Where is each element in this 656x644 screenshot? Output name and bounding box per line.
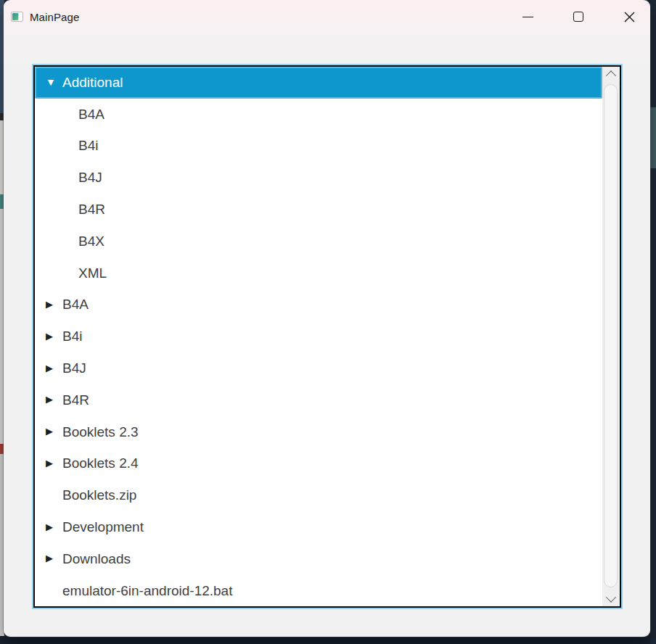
tree-listbox: ▼Additional▶B4A▶B4i▶B4J▶B4R▶B4X▶XML▶B4A▶… (33, 65, 621, 608)
tree-item-label: B4A (78, 107, 104, 123)
tree-item[interactable]: ▶B4i (35, 131, 602, 162)
close-icon (624, 12, 635, 22)
tree-item[interactable]: ▶B4J (35, 162, 602, 194)
tree-item-label: B4i (62, 329, 82, 344)
tree-item-label: B4J (62, 360, 86, 376)
tree-item-label: Downloads (62, 551, 131, 567)
window-title: MainPage (30, 11, 79, 23)
tree-item[interactable]: ▶B4R (35, 194, 602, 226)
tree-item[interactable]: ▶B4J (35, 352, 602, 384)
tree-item-label: B4X (78, 234, 104, 249)
tree-item-label: Additional (62, 75, 123, 91)
minimize-icon (522, 17, 533, 17)
expand-arrow-icon[interactable]: ▶ (46, 363, 62, 373)
tree-item-label: B4J (78, 170, 102, 186)
scrollbar-thumb[interactable] (604, 84, 618, 587)
scroll-up-button[interactable] (602, 67, 620, 83)
app-icon-teal-pane (12, 13, 18, 20)
minimize-button[interactable] (512, 5, 544, 28)
tree-item-label: Booklets.zip (62, 487, 136, 503)
app-icon (11, 12, 23, 22)
tree-item[interactable]: ▶B4R (35, 384, 602, 416)
expand-arrow-icon[interactable]: ▶ (46, 395, 62, 404)
close-button[interactable] (613, 5, 645, 28)
maximize-icon (573, 12, 583, 22)
tree-item-label: B4i (78, 138, 98, 154)
tree-item[interactable]: ▶Development (35, 511, 602, 543)
app-icon-white-pane (18, 13, 22, 20)
tree-item[interactable]: ▶B4A (35, 99, 602, 131)
tree-item[interactable]: ▶Booklets 2.4 (35, 448, 602, 480)
tree-item[interactable]: ▶Booklets 2.3 (35, 416, 602, 448)
expand-arrow-icon[interactable]: ▶ (46, 458, 62, 468)
titlebar[interactable]: MainPage (4, 0, 650, 33)
scroll-down-button[interactable] (602, 590, 620, 606)
tree-item-label: B4R (78, 202, 105, 218)
expand-arrow-icon[interactable]: ▶ (46, 300, 62, 309)
window-controls (512, 0, 650, 33)
desktop-background-right (650, 0, 656, 644)
expand-arrow-icon[interactable]: ▶ (46, 426, 62, 436)
tree-item-label: Booklets 2.3 (62, 424, 139, 440)
tree-item[interactable]: ▼Additional (35, 67, 602, 99)
tree-item-label: emulator-6in-android-12.bat (62, 583, 232, 599)
tree-item-label: B4A (62, 297, 89, 313)
tree-item-label: Booklets 2.4 (62, 455, 139, 471)
tree-item[interactable]: ▶B4X (35, 226, 602, 257)
tree-item[interactable]: ▶emulator-6in-android-12.bat (35, 575, 602, 606)
tree-item-label: B4R (62, 392, 89, 408)
vertical-scrollbar[interactable] (602, 67, 620, 606)
tree-item-label: Development (62, 519, 144, 535)
expand-arrow-icon[interactable]: ▶ (46, 553, 62, 563)
tree-rows: ▼Additional▶B4A▶B4i▶B4J▶B4R▶B4X▶XML▶B4A▶… (35, 67, 602, 606)
expand-arrow-icon[interactable]: ▶ (46, 331, 62, 341)
chevron-up-icon (606, 70, 616, 80)
tree-item[interactable]: ▶B4i (35, 321, 602, 352)
tree-item[interactable]: ▶B4A (35, 289, 602, 321)
collapse-arrow-icon[interactable]: ▼ (46, 77, 62, 87)
tree-item[interactable]: ▶Downloads (35, 543, 602, 575)
tree-item-label: XML (78, 265, 107, 281)
chevron-down-icon (606, 593, 616, 603)
expand-arrow-icon[interactable]: ▶ (46, 522, 62, 532)
tree-item[interactable]: ▶XML (35, 257, 602, 289)
tree-item[interactable]: ▶Booklets.zip (35, 479, 602, 511)
maximize-button[interactable] (562, 5, 594, 28)
